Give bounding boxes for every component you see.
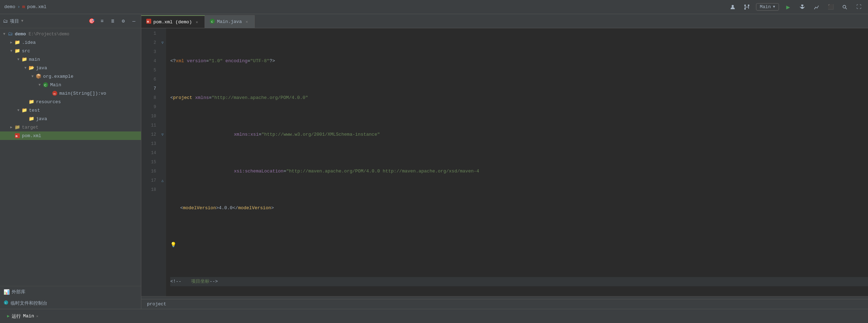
sidebar-hide-button[interactable]: — bbox=[130, 17, 138, 25]
ln-13: 13 bbox=[146, 139, 156, 148]
debug-button[interactable] bbox=[797, 2, 807, 12]
chevron-main-class: ▼ bbox=[37, 82, 42, 88]
code-line-5: <modelVersion>4.0.0</modelVersion> bbox=[170, 204, 868, 213]
ln-4: 4 bbox=[146, 57, 156, 66]
svg-point-8 bbox=[843, 5, 846, 8]
tree-item-test[interactable]: ▼ 📁 test bbox=[0, 106, 141, 114]
external-libs-icon: 📊 bbox=[4, 289, 10, 295]
title-bar: demo › m pom.xml Main ▼ ▶ ⬛ ⛶ bbox=[0, 0, 868, 14]
gutter-7 bbox=[159, 84, 166, 93]
code-editor[interactable]: 1 2 3 4 5 6 7 8 9 10 11 12 13 14 15 16 1… bbox=[141, 28, 868, 296]
icon-main-folder: 📁 bbox=[21, 56, 28, 63]
icon-main-method: m bbox=[52, 90, 58, 96]
tab-main-close[interactable]: ✕ bbox=[244, 19, 249, 25]
icon-resources-folder: 📁 bbox=[28, 99, 35, 105]
code-line-6: 💡 bbox=[170, 240, 868, 249]
tree-item-test-java[interactable]: ▶ 📁 java bbox=[0, 114, 141, 123]
gutter-8 bbox=[159, 93, 166, 102]
chevron-idea: ▶ bbox=[8, 40, 14, 45]
expand-button[interactable]: ⛶ bbox=[854, 2, 864, 12]
run-button[interactable]: ▶ bbox=[783, 2, 793, 12]
tree-item-target[interactable]: ▶ 📁 target bbox=[0, 123, 141, 131]
tab-main-java[interactable]: C Main.java ✕ bbox=[205, 15, 255, 28]
tree-item-idea[interactable]: ▶ 📁 .idea bbox=[0, 38, 141, 47]
ln-8: 8 bbox=[146, 93, 156, 102]
run-tab[interactable]: ▶ 运行 Main ✕ bbox=[4, 312, 41, 321]
run-config-chevron: ▼ bbox=[773, 5, 775, 9]
gutter-18 bbox=[159, 185, 166, 194]
tree-item-demo[interactable]: ▼ 🗂 demo E:\Projects\demo bbox=[0, 30, 141, 38]
tree-item-main-class[interactable]: ▼ C Main bbox=[0, 81, 141, 89]
external-libs-item[interactable]: 📊 外部库 bbox=[0, 286, 141, 298]
tree-item-pom-xml[interactable]: ▶ m pom.xml bbox=[0, 131, 141, 140]
tab-pom-close[interactable]: ✕ bbox=[194, 19, 200, 25]
tree-item-resources[interactable]: ▶ 📁 resources bbox=[0, 98, 141, 106]
editor-scrollbar[interactable] bbox=[141, 296, 868, 299]
gutter-17[interactable]: △ bbox=[159, 176, 166, 185]
tree-item-src[interactable]: ▼ 📁 src bbox=[0, 47, 141, 55]
ln-18: 18 bbox=[146, 185, 156, 194]
tab-pom-xml[interactable]: m pom.xml (demo) ✕ bbox=[141, 15, 205, 28]
svg-text:m: m bbox=[16, 134, 18, 138]
gutter-3 bbox=[159, 47, 166, 57]
ln-14: 14 bbox=[146, 148, 156, 158]
ln-11: 11 bbox=[146, 121, 156, 130]
chevron-src: ▼ bbox=[8, 48, 14, 54]
breadcrumb-sep: › bbox=[17, 4, 20, 10]
breadcrumb-m-icon: m bbox=[22, 4, 25, 10]
sidebar-locate-button[interactable]: 🎯 bbox=[87, 17, 96, 25]
icon-src-folder: 📁 bbox=[14, 48, 20, 54]
chevron-java: ▼ bbox=[23, 65, 28, 71]
ln-6: 6 bbox=[146, 75, 156, 84]
run-config-name: Main bbox=[23, 313, 34, 319]
search-button[interactable] bbox=[840, 2, 850, 12]
ln-10: 10 bbox=[146, 112, 156, 121]
chevron-demo: ▼ bbox=[1, 31, 7, 37]
gutter-2[interactable]: ▽ bbox=[159, 38, 166, 47]
line-numbers: 1 2 3 4 5 6 7 8 9 10 11 12 13 14 15 16 1… bbox=[141, 28, 159, 296]
tree-item-main-method[interactable]: ▶ m main(String[]):vo bbox=[0, 89, 141, 98]
icon-pom-maven: m bbox=[14, 133, 20, 139]
icon-java-source: 📂 bbox=[28, 65, 35, 71]
gutter-4 bbox=[159, 57, 166, 66]
profile-button[interactable] bbox=[728, 2, 738, 12]
stop-button[interactable]: ⬛ bbox=[826, 2, 835, 12]
tree-item-main[interactable]: ▼ 📁 main bbox=[0, 55, 141, 64]
run-icon: ▶ bbox=[7, 313, 10, 319]
scratches-item[interactable]: + 临时文件和控制台 bbox=[0, 298, 141, 309]
run-config-selector[interactable]: Main ▼ bbox=[756, 3, 779, 11]
gutter-15 bbox=[159, 158, 166, 167]
main-area: 🗂 项目 ▼ 🎯 ≡ ≣ ⚙ — ▼ 🗂 demo E:\Projects\de… bbox=[0, 14, 868, 309]
gutter-12[interactable]: ▽ bbox=[159, 130, 166, 139]
sidebar: 🗂 项目 ▼ 🎯 ≡ ≣ ⚙ — ▼ 🗂 demo E:\Projects\de… bbox=[0, 14, 141, 309]
icon-test-java-folder: 📁 bbox=[28, 116, 35, 122]
gutter-14 bbox=[159, 148, 166, 158]
gutter-9 bbox=[159, 102, 166, 112]
chevron-main: ▼ bbox=[16, 57, 21, 62]
tab-pom-icon: m bbox=[146, 19, 151, 25]
code-content[interactable]: <?xml version="1.0" encoding="UTF-8"?> <… bbox=[166, 28, 868, 296]
sidebar-title: 🗂 项目 ▼ bbox=[3, 18, 23, 24]
sidebar-collapse-button[interactable]: ≡ bbox=[98, 17, 106, 25]
sidebar-toolbar: 🗂 项目 ▼ 🎯 ≡ ≣ ⚙ — bbox=[0, 14, 141, 28]
tree-item-java[interactable]: ▼ 📂 java bbox=[0, 64, 141, 72]
editor-breadcrumb-bar: project bbox=[141, 299, 868, 309]
tab-bar: m pom.xml (demo) ✕ C Main.java ✕ bbox=[141, 14, 868, 28]
svg-text:C: C bbox=[211, 20, 213, 23]
svg-text:C: C bbox=[44, 83, 47, 87]
svg-point-1 bbox=[744, 5, 745, 6]
tree-item-org-example[interactable]: ▼ 📦 org.example bbox=[0, 72, 141, 81]
icon-test-folder: 📁 bbox=[21, 107, 28, 113]
svg-point-2 bbox=[744, 8, 745, 9]
code-line-2: <project xmlns="http://maven.apache.org/… bbox=[170, 93, 868, 102]
sidebar-settings-button[interactable]: ⚙ bbox=[119, 17, 128, 25]
bulb-icon-6[interactable]: 💡 bbox=[170, 240, 176, 249]
breadcrumb-demo: demo bbox=[4, 4, 15, 10]
run-tab-close[interactable]: ✕ bbox=[36, 314, 38, 318]
svg-point-3 bbox=[748, 5, 749, 6]
coverage-button[interactable] bbox=[811, 2, 821, 12]
sidebar-collapse2-button[interactable]: ≣ bbox=[108, 17, 117, 25]
chevron-test: ▼ bbox=[16, 107, 21, 113]
vcs-button[interactable] bbox=[742, 2, 752, 12]
tab-main-icon: C bbox=[210, 19, 215, 25]
